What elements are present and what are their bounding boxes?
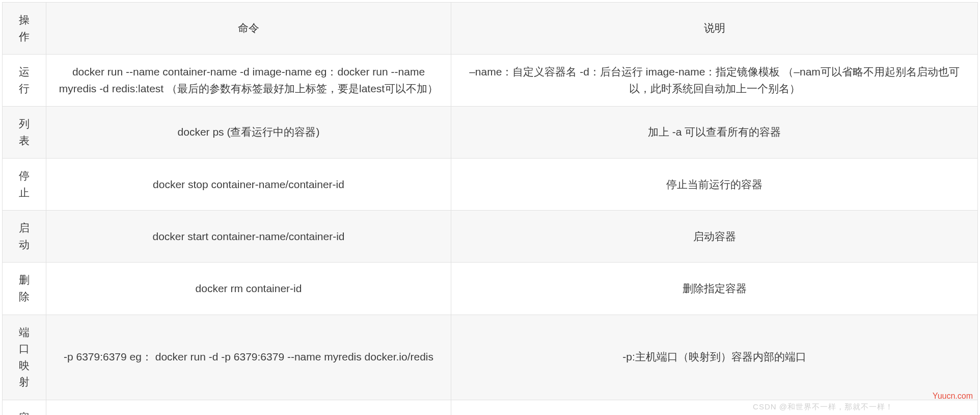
cell-operation: 删除 (3, 263, 46, 315)
table-row: 运行 docker run --name container-name -d i… (3, 55, 978, 107)
cell-description: 查看日志 (451, 400, 978, 415)
cell-description: 启动容器 (451, 211, 978, 263)
table-row: 列表 docker ps (查看运行中的容器) 加上 -a 可以查看所有的容器 (3, 107, 978, 159)
cell-command: docker start container-name/container-id (46, 211, 451, 263)
watermark-yuucn: Yuucn.com (933, 392, 973, 401)
cell-command: docker ps (查看运行中的容器) (46, 107, 451, 159)
cell-command: -p 6379:6379 eg： docker run -d -p 6379:6… (46, 315, 451, 400)
cell-command: docker logs container-name/container-id (46, 400, 451, 415)
cell-command: docker rm container-id (46, 263, 451, 315)
cell-description: 加上 -a 可以查看所有的容器 (451, 107, 978, 159)
header-operation: 操作 (3, 3, 46, 55)
cell-operation: 列表 (3, 107, 46, 159)
header-description: 说明 (451, 3, 978, 55)
docker-commands-table: 操作 命令 说明 运行 docker run --name container-… (2, 2, 978, 415)
cell-description: –name：自定义容器名 -d：后台运行 image-name：指定镜像模板 （… (451, 55, 978, 107)
table-row: 启动 docker start container-name/container… (3, 211, 978, 263)
header-command: 命令 (46, 3, 451, 55)
cell-operation: 停止 (3, 159, 46, 211)
cell-operation: 运行 (3, 55, 46, 107)
cell-operation: 容器日志 (3, 400, 46, 415)
cell-description: -p:主机端口（映射到）容器内部的端口 (451, 315, 978, 400)
cell-description: 停止当前运行的容器 (451, 159, 978, 211)
cell-operation: 启动 (3, 211, 46, 263)
table-row: 删除 docker rm container-id 删除指定容器 (3, 263, 978, 315)
table-row: 停止 docker stop container-name/container-… (3, 159, 978, 211)
table-row: 端口映射 -p 6379:6379 eg： docker run -d -p 6… (3, 315, 978, 400)
watermark-csdn: CSDN @和世界不一样，那就不一样！ (753, 402, 893, 412)
cell-operation: 端口映射 (3, 315, 46, 400)
cell-command: docker stop container-name/container-id (46, 159, 451, 211)
cell-description: 删除指定容器 (451, 263, 978, 315)
cell-command: docker run --name container-name -d imag… (46, 55, 451, 107)
table-header-row: 操作 命令 说明 (3, 3, 978, 55)
